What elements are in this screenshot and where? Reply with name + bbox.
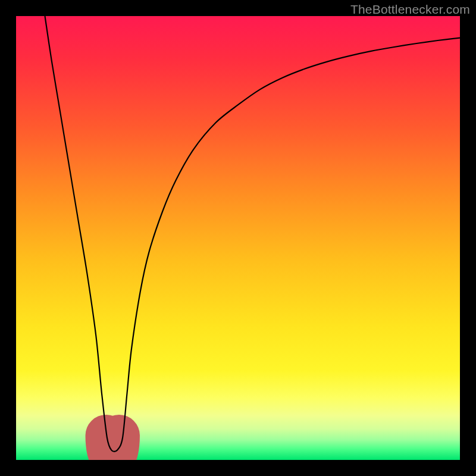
plot-area [16, 16, 460, 460]
min-point-marker [106, 436, 119, 458]
watermark-text: TheBottlenecker.com [350, 2, 470, 17]
bottleneck-curve [45, 16, 460, 452]
chart-container: TheBottlenecker.com [0, 0, 476, 476]
curve-layer [16, 16, 460, 460]
